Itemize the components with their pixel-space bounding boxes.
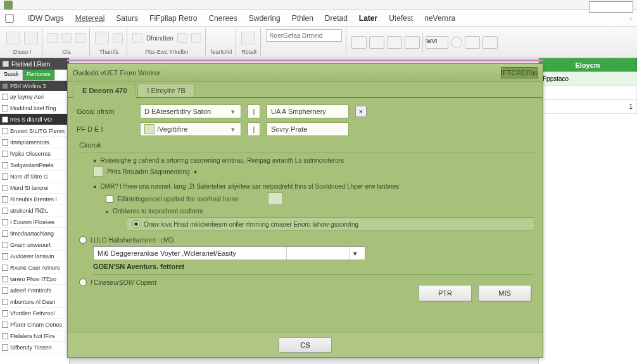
tool-group-label: Thantfs — [95, 49, 123, 55]
left-list-item[interactable]: Vfortilen Fettvrool — [0, 308, 69, 319]
left-pane-tabs: Suodi Fentones — [0, 70, 69, 81]
toolbar-icon[interactable] — [351, 36, 367, 49]
left-list-item[interactable]: ay loymy Acri — [0, 91, 69, 103]
dropdown-field[interactable]: D EAtesertidlry Saton▾ — [140, 104, 241, 118]
left-list-item[interactable]: Pfarer Cinam Oenes — [0, 319, 69, 330]
toolbar-icon[interactable] — [482, 36, 498, 49]
menubar-left-label[interactable]: IDW Dwgs — [28, 14, 64, 23]
menu-item-3[interactable]: Cnerees — [208, 14, 237, 23]
menu-item-9[interactable]: neVernra — [424, 14, 455, 23]
toolbar-icon[interactable] — [405, 36, 420, 49]
menu-item-0[interactable]: Metereal — [75, 14, 105, 23]
toolbar-icon[interactable] — [241, 32, 255, 44]
apply-button[interactable]: MIS — [478, 285, 531, 301]
tool-group-4: feartUlnl — [207, 28, 237, 56]
list-item-icon — [2, 116, 8, 123]
dialog-tab-1[interactable]: I Etroylre 7B — [137, 84, 195, 97]
tool-group-search — [262, 28, 346, 56]
menu-item-5[interactable]: Pthlen — [292, 14, 313, 23]
path-field[interactable]: Mi6 Deggererankse Voyter ,Wclerarief/Eas… — [93, 246, 365, 260]
left-list-item[interactable]: strukonid ffl@L — [0, 205, 69, 217]
toolbar-icon[interactable] — [177, 33, 187, 43]
toolbar-icon[interactable] — [61, 33, 72, 43]
field-clear-button[interactable]: × — [355, 106, 367, 117]
menu-item-6[interactable]: Dretad — [325, 14, 348, 23]
sheet-cell[interactable] — [539, 86, 637, 99]
checkbox[interactable] — [106, 195, 113, 203]
left-list-item[interactable]: tarero Phov ITEpo — [0, 273, 69, 285]
toolbar-icon[interactable] — [6, 32, 20, 44]
left-pane-header: Ftetivel I.Rem — [0, 58, 69, 70]
menu-item-8[interactable]: Utefest — [389, 14, 413, 23]
left-tab-0[interactable]: Suodi — [0, 70, 23, 80]
sheet-header: Eloycm Petstco — [539, 58, 637, 72]
dropdown-field[interactable]: UA A Smphernery — [267, 104, 349, 118]
menubar-file-icon[interactable] — [5, 14, 14, 23]
radio-button[interactable] — [132, 220, 140, 228]
toolbar-icon[interactable] — [451, 37, 462, 48]
menu-item-1[interactable]: Saturs — [116, 14, 138, 23]
dialog-button-row: PTR MIS — [419, 285, 531, 301]
radio-button[interactable] — [79, 279, 87, 286]
inset-radio-row: Oraw lovs Hnsd mkldwritiesrn onller rtmm… — [127, 217, 534, 231]
dropdown-expand[interactable]: | — [248, 122, 260, 136]
sheet-cell[interactable]: 1 — [539, 100, 637, 113]
left-list-item[interactable]: lVpko Oloserres — [0, 148, 69, 160]
cancel-button[interactable]: CS — [279, 337, 332, 353]
chevron-down-icon[interactable]: ▾ — [350, 249, 361, 258]
dialog-title: Owdedd vUET From Wmirer — [73, 69, 161, 77]
toolbar-right-button[interactable]: WVI — [426, 36, 448, 49]
toolbar-icon[interactable] — [75, 33, 85, 43]
left-list-item[interactable]: Ftelalers Not lFirs — [0, 330, 69, 342]
toolbar-icon[interactable] — [24, 32, 38, 44]
option-text: Oraw lovs Hnsd mkldwritiesrn onller rtmm… — [144, 221, 358, 228]
left-list-item[interactable]: Audoerer lansivin — [0, 251, 69, 262]
left-list-item[interactable]: adeerl Fntntirofs — [0, 285, 69, 296]
left-list-item[interactable]: Brurert SILITG Flemn — [0, 125, 69, 137]
toolbar-icon[interactable] — [95, 32, 109, 44]
left-list-item[interactable]: Sifbendy Tossen — [0, 342, 69, 353]
dropdown-field[interactable]: IVegittifire▾ — [140, 122, 241, 136]
dropdown-expand[interactable]: | — [248, 104, 260, 118]
list-item-label: Rxone Cuer Arinere — [10, 265, 60, 271]
dropdown-field[interactable]: Sovry Prate — [267, 122, 349, 136]
radio-button[interactable] — [79, 236, 87, 244]
toolbar-icon[interactable] — [47, 33, 58, 43]
toolbar-icon[interactable] — [113, 33, 123, 43]
toolbar-icon[interactable] — [132, 33, 142, 43]
left-list-item[interactable]: Nore df Sitre G — [0, 171, 69, 182]
menubar-overflow-icon[interactable]: ‹ — [629, 15, 632, 22]
dialog-tab-0[interactable]: E Dneorn 470 — [73, 84, 136, 98]
left-list-item[interactable]: Rxone Cuer Arinere — [0, 262, 69, 273]
toolbar-icon[interactable] — [387, 36, 402, 49]
left-list-item[interactable]: Gnam onweourt — [0, 239, 69, 251]
left-list-item[interactable]: I Eounrn lFloskee — [0, 217, 69, 228]
dialog-close-button[interactable]: IFTCREFbs — [501, 67, 538, 78]
menu-item-4[interactable]: Swdering — [249, 14, 281, 23]
left-list-item[interactable]: SwlgwolantPeets — [0, 160, 69, 171]
sheet-cell[interactable]: Fppstaco — [539, 72, 637, 85]
window-control-box[interactable] — [589, 1, 633, 13]
dialog-body: Gcoal ofrsm D EAtesertidlry Saton▾ | UA … — [68, 98, 543, 329]
left-list-item[interactable]: mbontore Al Desn — [0, 296, 69, 308]
toolbar-search-input[interactable] — [266, 29, 342, 42]
sheet-col-0[interactable]: Eloycm — [539, 58, 637, 72]
ok-button[interactable]: PTR — [419, 285, 472, 301]
dialog-footer: CS — [68, 332, 543, 357]
option-text: Onbiwres to ireprsthent codtorre — [113, 208, 203, 215]
list-item-label: Audoerer lansivin — [10, 253, 54, 260]
toolbar-icon[interactable] — [465, 36, 480, 49]
left-tab-1[interactable]: Fentones — [23, 70, 55, 80]
left-list-item[interactable]: rres S diandl VO — [0, 114, 69, 125]
menu-item-7[interactable]: Later — [359, 14, 377, 23]
left-list-item[interactable]: Rineuhls Brenten l — [0, 194, 69, 205]
left-list-item[interactable]: timedaartachiang — [0, 228, 69, 239]
toolbar-icon[interactable] — [191, 33, 201, 43]
list-item-icon — [2, 128, 8, 134]
left-list-item[interactable]: Moddind lotel Rng — [0, 103, 69, 114]
left-list-item[interactable]: Mord SI lancrei — [0, 182, 69, 194]
left-list-item[interactable]: Itnmplamentots — [0, 137, 69, 148]
folder-icon — [268, 192, 283, 205]
toolbar-icon[interactable] — [369, 36, 384, 49]
menu-item-2[interactable]: FiFpllap Retro — [149, 14, 197, 23]
